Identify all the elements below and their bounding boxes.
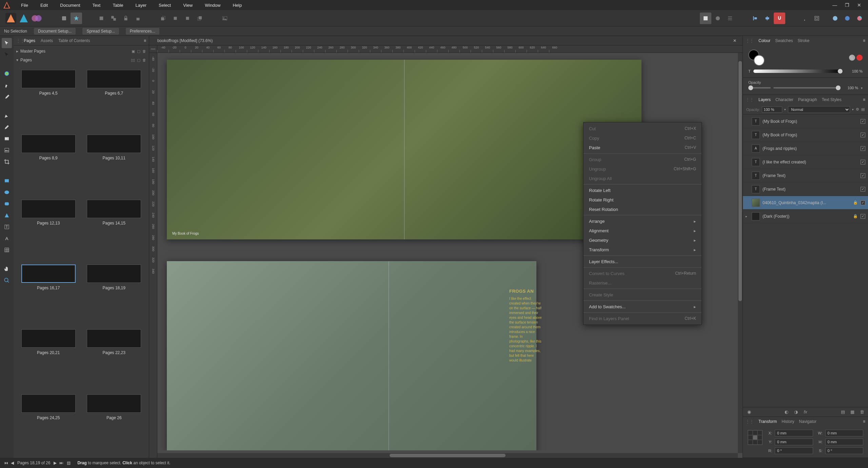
- lock-icon[interactable]: [120, 13, 132, 24]
- lock-icon[interactable]: 🔒: [853, 214, 858, 218]
- transform-s-input[interactable]: [825, 447, 864, 454]
- page-thumbnail[interactable]: Pages 16,17: [18, 265, 79, 324]
- move-tool-icon[interactable]: [2, 38, 12, 48]
- minimize-icon[interactable]: —: [831, 2, 838, 8]
- tab-assets[interactable]: Assets: [41, 38, 53, 43]
- panel-menu-icon[interactable]: ≡: [144, 38, 146, 43]
- menu-edit[interactable]: Edit: [34, 1, 54, 10]
- baseline-grid-icon[interactable]: [724, 13, 736, 24]
- panel-handle-icon[interactable]: ⋮⋮: [746, 38, 754, 43]
- tab-colour[interactable]: Colour: [758, 38, 770, 43]
- preview-mode-icon[interactable]: [700, 13, 711, 24]
- close-document-icon[interactable]: ✕: [731, 38, 738, 43]
- transform-x-input[interactable]: [775, 430, 813, 436]
- unlock-icon[interactable]: [132, 13, 144, 24]
- tab-swatches[interactable]: Swatches: [775, 38, 793, 43]
- panel-menu-icon[interactable]: ≡: [863, 38, 865, 43]
- first-page-icon[interactable]: ⏮: [3, 461, 9, 465]
- table-tool-icon[interactable]: [2, 245, 12, 255]
- menu-table[interactable]: Table: [106, 1, 129, 10]
- colour-picker-icon[interactable]: [2, 69, 12, 79]
- persona-designer-icon[interactable]: [18, 13, 29, 24]
- delete-page-icon[interactable]: 🗑: [142, 58, 146, 62]
- place-image-icon[interactable]: [2, 145, 12, 155]
- visibility-checkbox[interactable]: ✓: [861, 133, 865, 137]
- blend-mode-select[interactable]: Normal: [788, 106, 850, 113]
- tab-paragraph[interactable]: Paragraph: [798, 97, 817, 102]
- tab-text-styles[interactable]: Text Styles: [822, 97, 842, 102]
- context-menu-item[interactable]: Transform▸: [584, 245, 702, 254]
- opacity-dropdown-icon[interactable]: ▾: [861, 86, 863, 90]
- menu-document[interactable]: Document: [54, 1, 86, 10]
- triangle-tool-icon[interactable]: [2, 210, 12, 220]
- horizontal-ruler[interactable]: -40-200204060801001201401601802002202402…: [157, 45, 743, 53]
- artistic-text-icon[interactable]: A: [2, 233, 12, 243]
- page-thumbnail[interactable]: Pages 8,9: [18, 135, 79, 194]
- clip-release-icon[interactable]: [108, 13, 119, 24]
- stock-icon[interactable]: [58, 13, 70, 24]
- tab-navigator[interactable]: Navigator: [799, 419, 816, 424]
- page-thumbnail[interactable]: Pages 4,5: [18, 70, 79, 129]
- view-options-icon[interactable]: ▤: [67, 461, 71, 465]
- pages-row[interactable]: ▾ Pages ▯▯▢🗑: [16, 56, 146, 64]
- add-page-icon[interactable]: ▢: [137, 58, 140, 62]
- context-menu-item[interactable]: Alignment▸: [584, 226, 702, 235]
- layer-item[interactable]: T(Frame Text)✓: [743, 169, 868, 182]
- menu-text[interactable]: Text: [86, 1, 107, 10]
- collapse-icon[interactable]: ▾: [16, 58, 20, 62]
- pin-icon[interactable]: [799, 13, 810, 24]
- add-layer-icon[interactable]: ▤: [840, 409, 846, 415]
- move-back-icon[interactable]: [157, 13, 169, 24]
- tab-character[interactable]: Character: [775, 97, 793, 102]
- menu-select[interactable]: Select: [153, 1, 177, 10]
- transform-y-input[interactable]: [775, 438, 813, 445]
- fx-icon[interactable]: fx: [802, 409, 809, 415]
- layer-item[interactable]: A(Frogs and ripples)✓: [743, 142, 868, 155]
- visibility-checkbox[interactable]: ✓: [861, 187, 865, 192]
- gear-icon[interactable]: ⚙: [856, 107, 859, 112]
- visibility-checkbox[interactable]: ✓: [861, 200, 865, 205]
- delete-master-icon[interactable]: 🗑: [142, 49, 146, 54]
- transform-h-input[interactable]: [825, 438, 864, 445]
- page-thumbnail[interactable]: Pages 18,19: [83, 265, 145, 324]
- zoom-tool-icon[interactable]: [2, 275, 12, 286]
- tab-toc[interactable]: Table of Contents: [58, 38, 90, 43]
- context-menu-item[interactable]: Geometry▸: [584, 235, 702, 245]
- layer-opacity-input[interactable]: [762, 106, 782, 113]
- delete-layer-icon[interactable]: 🗑: [859, 409, 865, 415]
- picture-frame-icon[interactable]: [2, 134, 12, 144]
- tab-history[interactable]: History: [782, 419, 794, 424]
- pen-tool-icon[interactable]: [2, 111, 12, 121]
- context-menu-item[interactable]: Layer Effects...: [584, 257, 702, 266]
- spread-18-19[interactable]: FROGS AN I like the effect created when …: [167, 261, 536, 450]
- visibility-checkbox[interactable]: ✓: [861, 173, 865, 178]
- document-tab[interactable]: bookoffrogs [Modified] (73.6%): [153, 38, 217, 43]
- align-center-icon[interactable]: [762, 13, 773, 24]
- visibility-checkbox[interactable]: ✓: [861, 146, 865, 151]
- recent-colour-icon[interactable]: [856, 55, 863, 61]
- tab-stroke[interactable]: Stroke: [797, 38, 809, 43]
- page-thumbnail[interactable]: Pages 14,15: [83, 200, 145, 259]
- context-menu-item[interactable]: PasteCtrl+V: [584, 143, 702, 152]
- panel-handle-icon[interactable]: ⋮⋮: [16, 38, 18, 43]
- context-menu-item[interactable]: Rotate Right: [584, 195, 702, 204]
- context-menu-item[interactable]: Add to Swatches...▸: [584, 302, 702, 311]
- maximize-icon[interactable]: ❐: [844, 2, 850, 8]
- transform-r-input[interactable]: [775, 447, 813, 454]
- menu-help[interactable]: Help: [226, 1, 248, 10]
- page-thumbnail[interactable]: Pages 20,21: [18, 329, 79, 389]
- layer-item[interactable]: T(Frame Text)✓: [743, 182, 868, 196]
- opacity-slider2[interactable]: [773, 87, 841, 89]
- transform-w-input[interactable]: [825, 430, 864, 436]
- last-page-icon[interactable]: ⏭: [59, 461, 64, 465]
- layer-item[interactable]: 040610_Quintinha_0342maptia (I...🔒✓: [743, 196, 868, 210]
- horizontal-scrollbar[interactable]: [157, 453, 738, 458]
- tab-transform[interactable]: Transform: [758, 419, 777, 424]
- mask-layer-icon[interactable]: ◐: [783, 409, 790, 415]
- eyedropper-icon[interactable]: ✎: [849, 55, 855, 61]
- page-thumbnail[interactable]: Pages 6,7: [83, 70, 145, 129]
- facing-pages-icon[interactable]: ▯▯: [131, 58, 135, 62]
- master-pages-row[interactable]: ▸ Master Pages ▣▢🗑: [16, 47, 146, 56]
- spread-setup-button[interactable]: Spread Setup...: [82, 28, 119, 35]
- panel-menu-icon[interactable]: ≡: [863, 419, 865, 424]
